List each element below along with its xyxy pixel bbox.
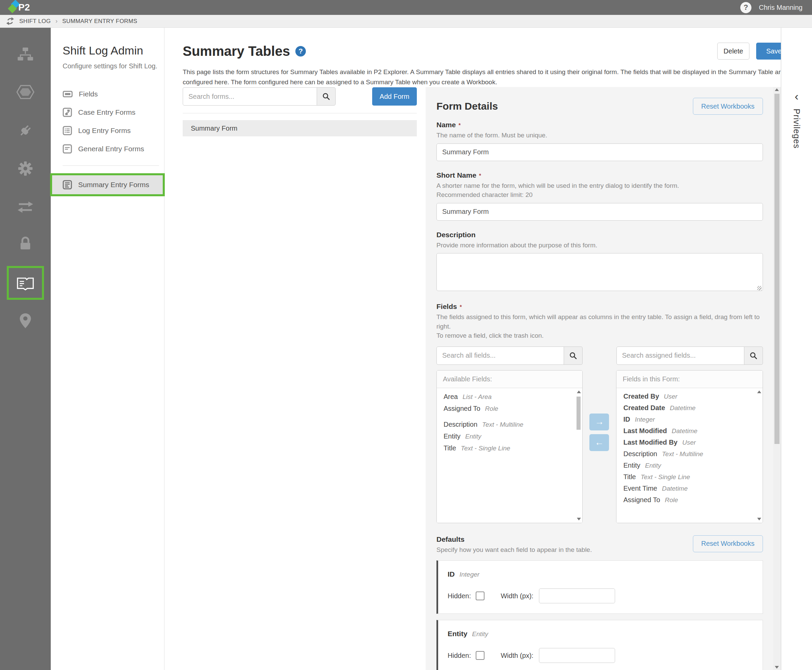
page-title: Summary Tables xyxy=(183,44,290,59)
available-field-row[interactable]: EntityEntity xyxy=(443,430,573,442)
assigned-field-row[interactable]: TitleText - Single Line xyxy=(623,471,754,483)
log-entry-forms-icon xyxy=(63,126,72,135)
user-menu[interactable]: Chris Manning xyxy=(759,4,802,12)
breadcrumb-shift-log[interactable]: SHIFT LOG xyxy=(19,18,51,25)
assigned-field-row[interactable]: IDInteger xyxy=(623,414,754,425)
scroll-down-arrow[interactable] xyxy=(757,518,761,520)
defaults-hint: Specify how you want each field to appea… xyxy=(436,545,592,555)
assigned-field-row[interactable]: Event TimeDatetime xyxy=(623,483,754,494)
assigned-fields-list: Created ByUser Created DateDatetime IDIn… xyxy=(616,388,763,523)
available-field-row[interactable]: Assigned ToRole xyxy=(443,403,573,415)
width-label: Width (px): xyxy=(501,592,534,600)
sidebar-item-summary-entry-forms[interactable]: Summary Entry Forms xyxy=(52,175,163,194)
available-field-row[interactable]: AreaList - Area xyxy=(443,391,573,403)
sidebar-item-label: Log Entry Forms xyxy=(78,127,130,135)
search-forms-input[interactable] xyxy=(183,87,317,106)
lock-icon[interactable] xyxy=(16,234,35,253)
hexagon-icon[interactable] xyxy=(16,83,35,102)
search-forms-button[interactable] xyxy=(317,87,336,106)
assigned-field-row[interactable]: Created ByUser xyxy=(623,391,754,402)
breadcrumb-summary-entry-forms[interactable]: SUMMARY ENTRY FORMS xyxy=(62,18,137,25)
fields-hint: The fields assigned to this form, which … xyxy=(436,312,763,340)
sidebar-item-fields[interactable]: Fields xyxy=(51,85,164,103)
available-field-row[interactable]: TitleText - Single Line xyxy=(443,442,573,454)
icon-rail xyxy=(0,28,51,670)
sidebar-item-case-entry-forms[interactable]: Case Entry Forms xyxy=(51,103,164,122)
hidden-checkbox[interactable] xyxy=(476,651,484,660)
add-form-button[interactable]: Add Form xyxy=(372,87,417,106)
assigned-field-row[interactable]: Assigned ToRole xyxy=(623,494,754,506)
form-list-item-summary-form[interactable]: Summary Form xyxy=(183,120,417,136)
privileges-panel: ‹ Privileges xyxy=(781,28,812,670)
assigned-field-row[interactable]: EntityEntity xyxy=(623,460,754,471)
scrollbar-thumb[interactable] xyxy=(775,94,780,444)
assigned-field-row[interactable]: DescriptionText - Multiline xyxy=(623,448,754,460)
page-description: This page lists the form structures for … xyxy=(183,67,802,88)
move-left-button[interactable]: → xyxy=(589,434,609,451)
name-label: Name xyxy=(436,121,456,129)
swap-arrows-icon[interactable] xyxy=(16,198,35,217)
p2-logo[interactable]: P2 xyxy=(9,0,46,15)
hidden-checkbox[interactable] xyxy=(476,592,484,600)
default-card-id: IDInteger Hidden: Width (px): xyxy=(436,560,763,614)
assigned-field-row[interactable]: Last ModifiedDatetime xyxy=(623,425,754,437)
search-all-fields-button[interactable] xyxy=(564,347,583,365)
assigned-fields-box: Fields in this Form: Created ByUser Crea… xyxy=(616,370,763,523)
scroll-up-arrow[interactable] xyxy=(757,391,761,393)
delete-button[interactable]: Delete xyxy=(717,42,749,59)
top-bar: P2 ? Chris Manning xyxy=(0,0,812,15)
assigned-list-scrollbar xyxy=(756,389,761,522)
logbook-icon[interactable] xyxy=(16,274,35,293)
search-assigned-fields-input[interactable] xyxy=(616,347,745,365)
short-name-input[interactable] xyxy=(436,203,763,221)
sitemap-icon[interactable] xyxy=(16,45,35,64)
search-all-fields-input[interactable] xyxy=(436,347,564,365)
panel-scrollbar xyxy=(773,87,781,670)
description-textarea[interactable] xyxy=(436,253,763,291)
reset-workbooks-button-top[interactable]: Reset Workbooks xyxy=(693,98,763,115)
shift-log-admin-panel: Shift Log Admin Configure settings for S… xyxy=(51,28,164,670)
move-right-button[interactable]: → xyxy=(589,413,609,430)
search-assigned-fields-button[interactable] xyxy=(744,347,763,365)
gear-icon[interactable] xyxy=(16,159,35,178)
required-marker: * xyxy=(460,304,462,310)
forms-list-column: Add Form Summary Form xyxy=(183,87,417,136)
plug-icon[interactable] xyxy=(16,121,35,140)
scroll-down-arrow[interactable] xyxy=(577,518,581,520)
scroll-up-arrow[interactable] xyxy=(775,88,779,91)
privileges-tab[interactable]: Privileges xyxy=(792,108,802,149)
assigned-field-row[interactable]: Last Modified ByUser xyxy=(623,437,754,448)
arrow-left-icon: → xyxy=(595,437,604,448)
assigned-field-row[interactable]: Created DateDatetime xyxy=(623,402,754,414)
logo-text: P2 xyxy=(18,2,30,13)
form-details-panel: Form Details Reset Workbooks Name* The n… xyxy=(426,87,773,670)
selected-item-highlight: Summary Entry Forms xyxy=(50,173,165,196)
location-pin-icon[interactable] xyxy=(16,311,35,330)
chevron-left-icon[interactable]: ‹ xyxy=(795,90,798,102)
sidebar-item-label: Fields xyxy=(79,90,98,98)
admin-menu: Fields Case Entry Forms xyxy=(51,85,164,196)
help-icon[interactable]: ? xyxy=(740,2,751,13)
scrollbar-thumb[interactable] xyxy=(577,397,580,430)
scroll-down-arrow[interactable] xyxy=(775,666,779,668)
fields-icon xyxy=(63,90,73,98)
width-input[interactable] xyxy=(539,589,615,603)
transfer-buttons: → → xyxy=(583,370,616,523)
hidden-label: Hidden: xyxy=(448,592,471,600)
page-help-icon[interactable]: ? xyxy=(295,46,306,56)
case-entry-forms-icon xyxy=(63,108,72,117)
sidebar-item-log-entry-forms[interactable]: Log Entry Forms xyxy=(51,122,164,140)
description-hint: Provide more information about the purpo… xyxy=(436,240,763,250)
reset-workbooks-button-defaults[interactable]: Reset Workbooks xyxy=(693,535,763,552)
available-field-row[interactable]: DescriptionText - Multiline xyxy=(443,419,573,430)
available-list-scrollbar xyxy=(576,389,581,522)
refresh-icon[interactable] xyxy=(5,17,15,26)
resize-grip[interactable] xyxy=(757,286,761,290)
fields-label: Fields xyxy=(436,303,457,310)
available-fields-list: AreaList - Area Assigned ToRole Descript… xyxy=(437,388,582,523)
width-input[interactable] xyxy=(539,648,615,663)
name-input[interactable] xyxy=(436,144,763,161)
sidebar-item-general-entry-forms[interactable]: General Entry Forms xyxy=(51,140,164,158)
scroll-up-arrow[interactable] xyxy=(577,391,581,393)
breadcrumb: SHIFT LOG › SUMMARY ENTRY FORMS xyxy=(0,15,812,28)
